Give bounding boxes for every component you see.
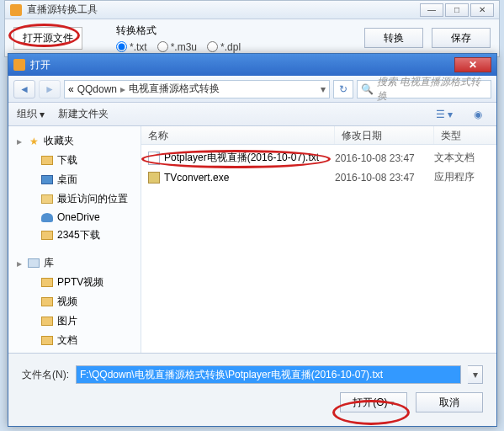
nav-back-button[interactable]: ◄ <box>13 80 35 98</box>
chevron-right-icon: ▸ <box>120 83 125 95</box>
column-header-name[interactable]: 名称 <box>141 126 335 144</box>
organize-menu[interactable]: 组织 ▾ <box>17 107 45 121</box>
filename-dropdown[interactable]: ▾ <box>468 365 483 384</box>
search-icon: 🔍 <box>361 83 374 95</box>
help-button[interactable]: ◉ <box>468 106 488 123</box>
breadcrumb-part[interactable]: 电视直播源格式转换 <box>129 82 220 96</box>
convert-button[interactable]: 转换 <box>364 28 423 48</box>
sidebar-favorites[interactable]: ▸★收藏夹 <box>8 131 141 151</box>
refresh-button[interactable]: ↻ <box>333 80 353 98</box>
sidebar-documents[interactable]: 文档 <box>8 331 141 350</box>
sidebar-onedrive[interactable]: OneDrive <box>8 209 141 226</box>
format-radio-m3u[interactable]: *.m3u <box>157 41 197 53</box>
file-list: 名称 修改日期 类型 Potplayer电视直播(2016-10-07).txt… <box>141 126 496 353</box>
format-radio-dpl[interactable]: *.dpl <box>207 41 241 53</box>
dialog-titlebar: 打开 ✕ <box>8 54 496 76</box>
dialog-toolbar: 组织 ▾ 新建文件夹 ☰ ▾ ◉ <box>8 103 496 126</box>
chevron-left-icon: « <box>68 83 74 95</box>
open-dialog: 打开 ✕ ◄ ► « QQdown ▸ 电视直播源格式转换 ▾ ↻ 🔍 搜索 电… <box>8 53 497 427</box>
close-button[interactable]: ✕ <box>470 3 494 17</box>
dialog-nav: ◄ ► « QQdown ▸ 电视直播源格式转换 ▾ ↻ 🔍 搜索 电视直播源格… <box>8 76 496 103</box>
sidebar-downloads[interactable]: 下载 <box>8 151 141 170</box>
nav-forward-button[interactable]: ► <box>39 80 61 98</box>
file-row[interactable]: TVconvert.exe 2016-10-08 23:47 应用程序 <box>141 168 496 187</box>
dialog-title: 打开 <box>30 58 454 72</box>
breadcrumb[interactable]: « QQdown ▸ 电视直播源格式转换 ▾ <box>64 80 330 98</box>
maximize-button[interactable]: □ <box>445 3 469 17</box>
filename-input[interactable]: F:\QQdown\电视直播源格式转换\Potplayer电视直播(2016-1… <box>76 365 461 384</box>
column-header-type[interactable]: 类型 <box>434 126 496 144</box>
open-button[interactable]: 打开(O) ▾ <box>340 392 407 412</box>
sidebar-recent[interactable]: 最近访问的位置 <box>8 189 141 209</box>
chevron-down-icon: ▾ <box>40 109 45 120</box>
search-input[interactable]: 🔍 搜索 电视直播源格式转换 <box>357 80 491 98</box>
new-folder-button[interactable]: 新建文件夹 <box>58 107 109 121</box>
sidebar-video[interactable]: 视频 <box>8 292 141 311</box>
app-icon <box>10 4 22 16</box>
format-radio-txt[interactable]: *.txt <box>116 41 147 53</box>
main-titlebar: 直播源转换工具 — □ ✕ <box>5 1 499 19</box>
column-header-modified[interactable]: 修改日期 <box>335 126 434 144</box>
file-row[interactable]: Potplayer电视直播(2016-10-07).txt 2016-10-08… <box>141 148 496 168</box>
cancel-button[interactable]: 取消 <box>416 392 483 412</box>
breadcrumb-dropdown[interactable]: ▾ <box>321 83 326 95</box>
format-label: 转换格式 <box>116 24 241 38</box>
minimize-button[interactable]: — <box>420 3 443 17</box>
exe-icon <box>148 172 160 184</box>
view-options-button[interactable]: ☰ ▾ <box>434 106 454 123</box>
dialog-close-button[interactable]: ✕ <box>454 57 491 72</box>
sidebar-desktop[interactable]: 桌面 <box>8 170 141 189</box>
sidebar-2345downloads[interactable]: 2345下载 <box>8 226 141 245</box>
breadcrumb-part[interactable]: QQdown <box>77 83 117 95</box>
sidebar: ▸★收藏夹 下载 桌面 最近访问的位置 OneDrive 2345下载 ▸库 P… <box>8 126 141 353</box>
app-title: 直播源转换工具 <box>27 3 418 17</box>
open-source-button[interactable]: 打开源文件 <box>13 27 82 50</box>
save-button[interactable]: 保存 <box>432 28 491 48</box>
sidebar-pictures[interactable]: 图片 <box>8 311 141 331</box>
file-icon <box>148 152 160 165</box>
dialog-icon <box>13 59 25 71</box>
sidebar-xunlei[interactable]: 迅雷下载 <box>8 350 141 353</box>
main-toolbar: 打开源文件 转换格式 *.txt *.m3u *.dpl 转换 保存 <box>5 19 499 56</box>
sidebar-pptv[interactable]: PPTV视频 <box>8 273 141 292</box>
dialog-footer: 文件名(N): F:\QQdown\电视直播源格式转换\Potplayer电视直… <box>8 354 496 426</box>
sidebar-library[interactable]: ▸库 <box>8 253 141 273</box>
filename-label: 文件名(N): <box>22 368 69 382</box>
